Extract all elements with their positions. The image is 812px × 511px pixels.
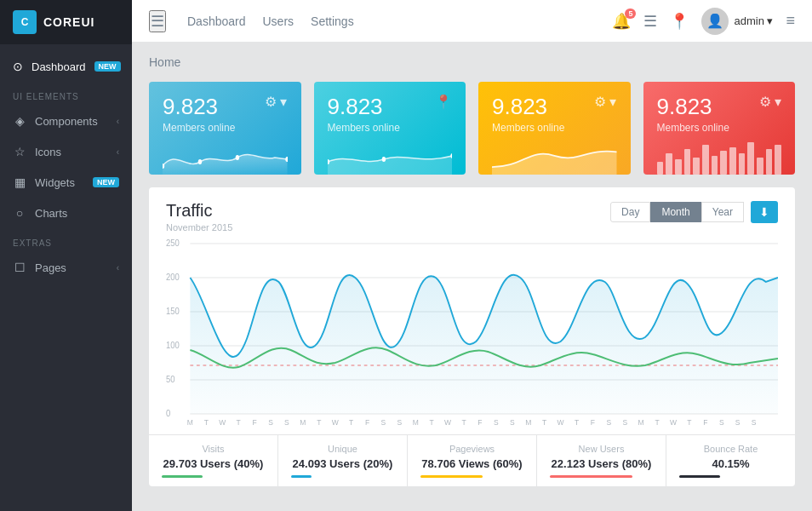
svg-text:M: M <box>413 418 419 427</box>
svg-point-1 <box>198 159 202 164</box>
sidebar-item-label: Components <box>35 115 98 128</box>
traffic-chart-area: 250 200 150 100 50 0 <box>149 239 795 430</box>
avatar: 👤 <box>701 8 729 35</box>
period-day-button[interactable]: Day <box>610 202 650 222</box>
ui-elements-section-label: UI ELEMENTS <box>0 82 132 106</box>
list-icon[interactable]: ☰ <box>643 12 657 31</box>
bar-item <box>729 147 736 175</box>
settings-icon[interactable]: ⚙ ▾ <box>759 94 781 110</box>
logo-icon: C <box>13 10 37 34</box>
stat-chart-area <box>328 141 453 175</box>
stat-label: Members online <box>492 122 564 134</box>
svg-text:200: 200 <box>166 273 180 282</box>
sidebar-item-widgets[interactable]: ▦ Widgets NEW <box>0 167 132 198</box>
sidebar-item-dashboard[interactable]: ⊙ Dashboard NEW <box>0 51 132 82</box>
svg-text:M: M <box>638 418 644 427</box>
sidebar-logo[interactable]: C COREUI <box>0 0 132 44</box>
svg-text:F: F <box>252 418 256 427</box>
svg-text:S: S <box>510 418 515 427</box>
svg-point-5 <box>381 157 385 162</box>
chart-stat-visits: Visits 29.703 Users (40%) <box>149 435 278 486</box>
stat-label: Members online <box>163 122 235 134</box>
chart-stat-label: Bounce Rate <box>679 444 782 454</box>
traffic-header: Traffic November 2015 Day Month Year ⬇ <box>149 187 795 239</box>
stat-chart-area <box>492 141 617 175</box>
bar-item <box>693 158 700 175</box>
sidebar-item-icons[interactable]: ☆ Icons ‹ <box>0 136 132 167</box>
location-pin-icon[interactable]: 📍 <box>435 94 452 110</box>
chevron-right-icon: ‹ <box>117 147 119 157</box>
svg-text:W: W <box>444 418 452 427</box>
main-content: ☰ Dashboard Users Settings 🔔 5 ☰ 📍 👤 adm… <box>132 0 812 511</box>
sidebar-navigation: ⊙ Dashboard NEW UI ELEMENTS ◈ Components… <box>0 44 132 290</box>
sidebar-item-label: Widgets <box>35 176 75 189</box>
chart-stat-value: 29.703 Users (40%) <box>162 457 265 470</box>
svg-text:T: T <box>575 418 580 427</box>
traffic-subtitle: November 2015 <box>166 222 232 233</box>
svg-text:F: F <box>365 418 369 427</box>
svg-text:T: T <box>430 418 435 427</box>
chart-stat-label: New Users <box>550 444 653 454</box>
sidebar-item-label: Charts <box>35 207 67 220</box>
settings-icon[interactable]: ⚙ ▾ <box>594 94 616 110</box>
svg-text:W: W <box>332 418 340 427</box>
notifications-button[interactable]: 🔔 5 <box>612 12 631 31</box>
svg-point-2 <box>236 155 239 160</box>
sidebar-item-pages[interactable]: ☐ Pages ‹ <box>0 252 132 283</box>
svg-text:W: W <box>219 418 226 427</box>
user-menu[interactable]: 👤 admin ▾ <box>701 8 773 35</box>
sidebar-item-charts[interactable]: ○ Charts <box>0 198 132 228</box>
svg-text:S: S <box>381 418 386 427</box>
widgets-icon: ▦ <box>13 175 26 189</box>
nav-link-dashboard[interactable]: Dashboard <box>187 14 246 28</box>
stat-card-light-blue: 9.823 Members online 📍 <box>314 82 466 175</box>
svg-text:F: F <box>703 418 707 427</box>
traffic-chart: 250 200 150 100 50 0 <box>166 239 778 427</box>
nav-link-settings[interactable]: Settings <box>311 14 354 28</box>
nav-link-users[interactable]: Users <box>263 14 294 28</box>
traffic-card: Traffic November 2015 Day Month Year ⬇ 2… <box>149 187 795 486</box>
chart-stat-bar <box>550 475 632 478</box>
period-year-button[interactable]: Year <box>701 202 744 222</box>
bar-item <box>775 145 781 175</box>
svg-text:50: 50 <box>166 375 175 384</box>
svg-text:S: S <box>268 418 273 427</box>
svg-text:S: S <box>284 418 289 427</box>
svg-text:T: T <box>461 418 466 427</box>
sidebar-item-label: Pages <box>35 261 66 274</box>
chart-stat-bar <box>420 475 483 478</box>
svg-text:150: 150 <box>166 307 180 316</box>
extras-section-label: EXTRAS <box>0 228 132 252</box>
traffic-controls: Day Month Year ⬇ <box>610 201 778 223</box>
location-icon[interactable]: 📍 <box>670 12 689 31</box>
icons-icon: ☆ <box>13 145 26 158</box>
bar-item <box>757 158 763 175</box>
settings-icon[interactable]: ⚙ ▾ <box>265 94 287 110</box>
svg-text:T: T <box>542 418 547 427</box>
download-button[interactable]: ⬇ <box>751 201 778 223</box>
svg-text:T: T <box>687 418 692 427</box>
sidebar-item-label: Icons <box>35 146 61 158</box>
svg-text:F: F <box>591 418 595 427</box>
chart-stat-new-users: New Users 22.123 Users (80%) <box>537 435 666 486</box>
stat-value: 9.823 <box>163 94 235 120</box>
admin-label: admin ▾ <box>734 14 773 27</box>
svg-text:S: S <box>719 418 724 427</box>
bar-item <box>712 156 718 175</box>
chart-stat-value: 24.093 Users (20%) <box>291 457 394 470</box>
stat-card-top: 9.823 Members online 📍 <box>328 94 453 134</box>
stat-chart-area <box>163 141 288 175</box>
svg-text:T: T <box>349 418 354 427</box>
bar-item <box>739 153 746 175</box>
svg-text:S: S <box>494 418 499 427</box>
period-month-button[interactable]: Month <box>650 202 700 222</box>
sidebar: C COREUI ⊙ Dashboard NEW UI ELEMENTS ◈ C… <box>0 0 132 511</box>
hamburger-menu-button[interactable]: ☰ <box>149 10 166 32</box>
svg-text:W: W <box>558 418 565 427</box>
logo-text: COREUI <box>43 15 94 29</box>
svg-text:0: 0 <box>166 409 171 418</box>
hamburger-right-icon[interactable]: ≡ <box>786 12 795 30</box>
stat-label: Members online <box>328 122 400 134</box>
sidebar-item-components[interactable]: ◈ Components ‹ <box>0 106 132 136</box>
stat-card-yellow: 9.823 Members online ⚙ ▾ <box>478 82 631 175</box>
